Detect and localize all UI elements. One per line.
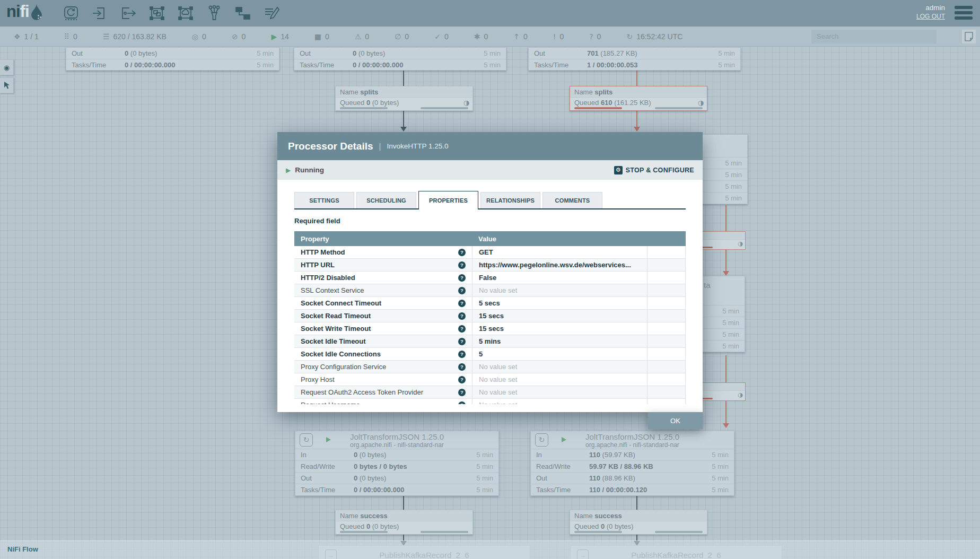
table-row: Socket Idle Timeout?5 mins [294,335,685,348]
help-icon[interactable]: ? [458,274,466,282]
processor-bundle: org.apache.nifi - nifi-standard-nar [531,441,734,449]
processor-icon[interactable] [63,4,80,22]
help-icon[interactable]: ? [458,401,466,405]
help-icon[interactable]: ? [458,287,466,294]
load-balance-icon: ◑ [463,98,469,108]
stopped-icon: ■ [314,32,321,41]
funnel-icon[interactable] [206,4,223,22]
bulletin-panel-icon[interactable] [962,30,976,43]
help-icon[interactable]: ? [458,249,466,256]
properties-table: HTTP Method?GET HTTP URL?https://www.peg… [294,246,686,404]
global-menu-icon[interactable] [955,6,973,20]
connection-line [403,495,404,510]
modified-stale-icon: ! [553,32,556,41]
status-not-transmitting: ⊘0 [232,32,246,41]
table-row: Socket Write Timeout?15 secs [294,322,685,335]
connection-line-warning [636,71,637,86]
status-sync-failure: ?0 [589,32,601,41]
locally-modified-icon: ✱ [474,32,480,41]
connection-line-warning [725,250,727,272]
dialog-title: Processor Details [288,141,373,152]
connection-line-warning [725,355,727,382]
component-toolbar [63,4,280,22]
processor-partial-3[interactable]: Out701 (185.27 KB)5 min Tasks/Time1 / 00… [528,47,741,71]
search-input[interactable] [811,30,937,43]
processor-details-dialog: Processor Details | InvokeHTTP 1.25.0 ▶ … [277,132,703,429]
ok-button[interactable]: OK [648,412,703,429]
disabled-icon: ∅ [395,32,401,41]
operate-palette-toggle[interactable] [0,77,14,93]
help-icon[interactable]: ? [458,312,466,320]
status-locally-modified-and-stale: !0 [553,32,564,41]
breadcrumb[interactable]: NiFi Flow [7,545,38,553]
running-status-icon [326,437,331,442]
breadcrumb-bar: NiFi Flow [0,540,980,559]
help-icon[interactable]: ? [458,363,466,371]
refresh-icon[interactable]: ↻ [626,32,633,41]
help-icon[interactable]: ? [458,261,466,269]
status-queued: ☰620 / 163.82 KB [103,32,167,41]
flow-status-bar: ❖1 / 1 ⠿0 ☰620 / 163.82 KB ◎0 ⊘0 ▶14 ■0 … [0,27,980,47]
connection-label-splits[interactable]: Name splits Queued 0 (0 bytes)◑ [335,86,473,111]
nifi-canvas-page: nifi admin LOG OUT ❖1 / 1 ⠿0 ☰620 / 163.… [0,0,980,559]
column-value: Value [472,235,647,243]
table-row: Proxy Configuration Service?No value set [294,361,685,373]
status-locally-modified: ✱0 [474,32,488,41]
connection-label-success[interactable]: Name success Queued 0 (0 bytes) [335,510,473,535]
navigate-palette-toggle[interactable]: ◉ [0,59,14,75]
table-row: SSL Context Service?No value set [294,284,685,297]
connection-label-success[interactable]: Name success Queued 0 (0 bytes) [570,510,707,535]
dialog-subtitle: InvokeHTTP 1.25.0 [387,142,448,150]
remote-process-group-icon[interactable] [177,4,194,22]
stop-and-configure-button[interactable]: ⚙ STOP & CONFIGURE [614,166,694,174]
tab-properties[interactable]: PROPERTIES [418,191,478,209]
connection-line-warning [725,401,727,424]
up-to-date-icon: ✓ [434,32,441,41]
table-row: Socket Read Timeout?15 secs [294,310,685,322]
tab-relationships[interactable]: RELATIONSHIPS [480,192,540,208]
table-row: Request OAuth2 Access Token Provider?No … [294,386,685,399]
invalid-icon: ⚠ [355,32,362,41]
table-row: Proxy Host?No value set [294,373,685,386]
input-port-icon[interactable] [91,4,108,22]
status-stale: ↑0 [513,32,528,41]
navigate-icon: ◉ [4,64,10,72]
help-icon[interactable]: ? [458,300,466,307]
connection-arrowhead [723,423,729,428]
help-icon[interactable]: ? [458,351,466,358]
cluster-icon: ❖ [14,32,21,41]
last-refresh[interactable]: ↻16:52:42 UTC [626,32,682,41]
gear-icon: ⚙ [614,166,623,174]
table-row: HTTP/2 Disabled?False [294,272,685,284]
help-icon[interactable]: ? [458,376,466,383]
connection-label-splits-backpressure[interactable]: Name splits Queued 610 (161.25 KB)◑ [570,86,707,111]
template-icon[interactable] [234,4,251,22]
status-stopped: ■0 [314,32,329,41]
connection-line [403,111,404,127]
running-status-icon: ▶ [286,167,291,174]
table-row: HTTP URL?https://www.pegelonline.wsv.de/… [294,259,685,272]
process-group-icon[interactable] [148,4,165,22]
processor-partial-2[interactable]: Out0 (0 bytes)5 min Tasks/Time0 / 00:00:… [294,47,506,71]
help-icon[interactable]: ? [458,325,466,333]
help-icon[interactable]: ? [458,389,466,396]
processor-partial-1[interactable]: Out0 (0 bytes)5 min Tasks/Time0 / 00:00:… [66,47,279,71]
processor-jolt-right[interactable]: ↻ JoltTransformJSON 1.25.0 org.apache.ni… [530,431,734,496]
sync-failure-icon: ? [589,32,593,41]
help-icon[interactable]: ? [458,338,466,345]
tab-scheduling[interactable]: SCHEDULING [356,192,416,208]
logout-link[interactable]: LOG OUT [916,12,945,21]
not-transmitting-icon: ⊘ [232,32,238,41]
required-field-note: Required field [294,217,686,225]
output-port-icon[interactable] [120,4,137,22]
tab-comments[interactable]: COMMENTS [542,192,602,208]
processor-jolt-left[interactable]: ↻ JoltTransformJSON 1.25.0 org.apache.ni… [295,431,499,496]
tab-settings[interactable]: SETTINGS [294,192,354,208]
load-balance-icon: ◑ [698,98,704,108]
connection-line-warning [725,205,727,231]
table-row-partial: Request Username?No value set [294,399,685,404]
queued-icon: ☰ [103,32,110,41]
processor-type-icon: ↻ [300,433,313,447]
connection-line-warning [636,111,637,127]
label-icon[interactable] [263,4,280,22]
